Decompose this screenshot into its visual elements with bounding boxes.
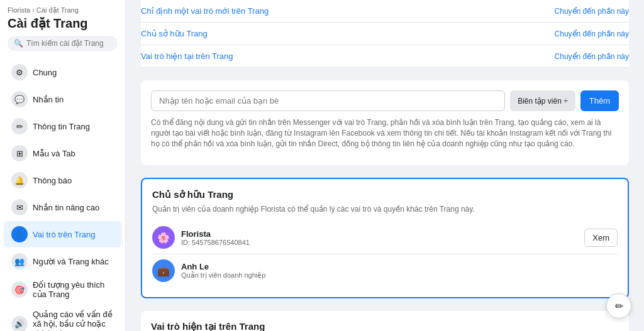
main-content: Chỉ định một vai trò mới trên Trang Chuy… <box>126 0 644 331</box>
owner-avatar-0: 🌸 <box>152 226 175 249</box>
owner-row-1: 💼 Anh Le Quản trị viên doanh nghiệp <box>152 254 618 287</box>
search-box[interactable]: 🔍 <box>8 36 118 51</box>
owner-avatar-1: 💼 <box>152 259 175 282</box>
assign-input[interactable] <box>151 90 505 111</box>
quick-nav-action-1[interactable]: Chuyển đến phần này <box>555 30 629 38</box>
breadcrumb: Florista › Cài đặt Trang <box>8 6 118 14</box>
assign-role-section: Biên tập viên ÷ Thêm Có thể đăng nội dun… <box>141 80 629 165</box>
sidebar-item-nguoi-va-trang-khac[interactable]: 👥 Người và Trang khác <box>4 248 121 274</box>
sidebar-item-doi-tuong-yeu-thich[interactable]: 🎯 Đối tượng yêu thích của Trang <box>4 275 121 304</box>
roles-section: Vai trò hiện tại trên Trang Quản trị viê… <box>141 311 629 331</box>
sidebar-icon-nhan-tin-nang-cao: ✉ <box>11 199 28 215</box>
quick-nav-item-2: Vai trò hiện tại trên Trang Chuyển đến p… <box>141 45 629 67</box>
sidebar-nav: ⚙ Chung 💬 Nhắn tin ✏ Thông tin Trang ⊞ M… <box>0 58 125 331</box>
sidebar-header: Florista › Cài đặt Trang Cài đặt Trang 🔍 <box>0 0 125 58</box>
role-selector-button[interactable]: Biên tập viên ÷ <box>510 90 575 111</box>
owner-name-0: Florista <box>181 229 584 239</box>
quick-nav-item-0: Chỉ định một vai trò mới trên Trang Chuy… <box>141 0 629 23</box>
sidebar-label-mau-va-tab: Mẫu và Tab <box>33 149 75 158</box>
sidebar-icon-chung: ⚙ <box>11 64 28 80</box>
fab-button[interactable]: ✏ <box>606 293 631 318</box>
sidebar-icon-nhan-tin: 💬 <box>11 91 28 107</box>
quick-nav-link-1[interactable]: Chủ sở hữu Trang <box>141 29 208 38</box>
owner-id-0: ID: 545758676540841 <box>181 239 584 246</box>
sidebar-item-thong-bao[interactable]: 🔔 Thông báo <box>4 167 121 193</box>
sidebar-icon-nguoi-va-trang-khac: 👥 <box>11 253 28 269</box>
sidebar-icon-thong-tin-trang: ✏ <box>11 118 28 134</box>
sidebar-label-quang-cao-van-de: Quảng cáo về vấn đề xã hội, bầu cử hoặc … <box>33 310 114 331</box>
sidebar-icon-mau-va-tab: ⊞ <box>11 145 28 161</box>
search-icon: 🔍 <box>14 39 23 48</box>
owner-info-0: Florista ID: 545758676540841 <box>181 229 584 246</box>
owner-view-button-0[interactable]: Xem <box>584 229 618 247</box>
owners-description: Quản trị viên của doanh nghiệp Florista … <box>152 204 618 215</box>
sidebar-icon-quang-cao-van-de: 🔊 <box>11 316 28 332</box>
quick-nav-link-0[interactable]: Chỉ định một vai trò mới trên Trang <box>141 6 269 16</box>
sidebar-item-nhan-tin[interactable]: 💬 Nhắn tin <box>4 86 121 112</box>
owner-row-0: 🌸 Florista ID: 545758676540841 Xem <box>152 221 618 254</box>
roles-title: Vai trò hiện tại trên Trang <box>151 321 619 331</box>
search-input[interactable] <box>26 39 111 48</box>
sidebar-label-nguoi-va-trang-khac: Người và Trang khác <box>33 257 109 266</box>
quick-nav-action-0[interactable]: Chuyển đến phần này <box>555 7 629 16</box>
sidebar-label-thong-tin-trang: Thông tin Trang <box>33 122 90 131</box>
sidebar-label-doi-tuong-yeu-thich: Đối tượng yêu thích của Trang <box>33 280 114 299</box>
owners-list: 🌸 Florista ID: 545758676540841 Xem 💼 Anh… <box>152 221 618 287</box>
sidebar-label-nhan-tin-nang-cao: Nhắn tin nâng cao <box>33 203 99 212</box>
sidebar-item-nhan-tin-nang-cao[interactable]: ✉ Nhắn tin nâng cao <box>4 194 121 220</box>
sidebar-item-vai-tro-tren-trang[interactable]: 👤 Vai trò trên Trang <box>4 221 121 247</box>
sidebar-label-chung: Chung <box>33 68 57 77</box>
sidebar-icon-thong-bao: 🔔 <box>11 172 28 188</box>
sidebar-label-vai-tro-tren-trang: Vai trò trên Trang <box>33 230 95 239</box>
owner-info-1: Anh Le Quản trị viên doanh nghiệp <box>181 262 618 279</box>
sidebar-label-nhan-tin: Nhắn tin <box>33 95 64 104</box>
sidebar: Florista › Cài đặt Trang Cài đặt Trang 🔍… <box>0 0 126 331</box>
sidebar-label-thong-bao: Thông báo <box>33 176 72 185</box>
owners-section: Chủ sở hữu Trang Quản trị viên của doanh… <box>141 178 629 298</box>
sidebar-icon-doi-tuong-yeu-thich: 🎯 <box>11 281 28 298</box>
sidebar-item-chung[interactable]: ⚙ Chung <box>4 59 121 85</box>
add-button[interactable]: Thêm <box>580 90 619 111</box>
page-title: Cài đặt Trang <box>8 16 118 31</box>
quick-nav-item-1: Chủ sở hữu Trang Chuyển đến phần này <box>141 23 629 45</box>
assign-row: Biên tập viên ÷ Thêm <box>151 90 619 111</box>
sidebar-item-thong-tin-trang[interactable]: ✏ Thông tin Trang <box>4 113 121 139</box>
sidebar-item-mau-va-tab[interactable]: ⊞ Mẫu và Tab <box>4 140 121 166</box>
quick-nav-link-2[interactable]: Vai trò hiện tại trên Trang <box>141 52 233 61</box>
quick-nav: Chỉ định một vai trò mới trên Trang Chuy… <box>141 0 629 68</box>
quick-nav-action-2[interactable]: Chuyển đến phần này <box>555 52 629 61</box>
sidebar-item-quang-cao-van-de[interactable]: 🔊 Quảng cáo về vấn đề xã hội, bầu cử hoặ… <box>4 305 121 331</box>
owners-title: Chủ sở hữu Trang <box>152 189 618 200</box>
assign-description: Có thể đăng nội dung và gửi tin nhắn trê… <box>151 117 619 149</box>
sidebar-icon-vai-tro-tren-trang: 👤 <box>11 226 28 242</box>
owner-id-1: Quản trị viên doanh nghiệp <box>181 271 618 279</box>
owner-name-1: Anh Le <box>181 262 618 271</box>
